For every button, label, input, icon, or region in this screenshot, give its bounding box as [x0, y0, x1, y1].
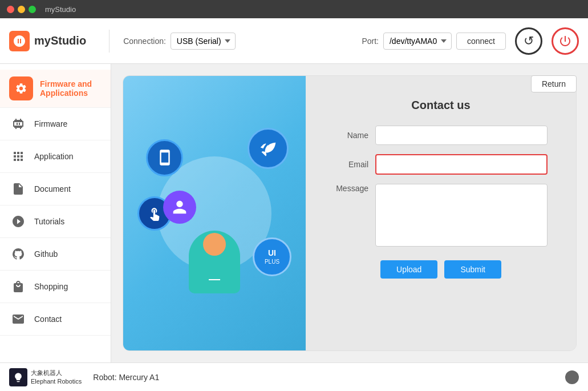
- sidebar-item-document[interactable]: Document: [0, 173, 111, 205]
- name-input[interactable]: [375, 126, 548, 145]
- message-textarea[interactable]: [375, 184, 548, 247]
- sidebar-item-shopping[interactable]: Shopping: [0, 271, 111, 303]
- connection-area: Connection: USB (Serial) Bluetooth WiFi: [123, 33, 236, 50]
- contact-form-area: Contact us Name Email Message Up: [306, 76, 576, 350]
- power-button[interactable]: [551, 27, 579, 55]
- refresh-button[interactable]: ↺: [515, 27, 542, 55]
- name-group: Name: [334, 126, 548, 145]
- return-button[interactable]: Return: [531, 75, 577, 92]
- port-label: Port:: [362, 37, 379, 46]
- refresh-icon: ↺: [524, 34, 534, 49]
- header: myStudio Connection: USB (Serial) Blueto…: [0, 18, 588, 64]
- connection-select[interactable]: USB (Serial) Bluetooth WiFi: [171, 33, 236, 50]
- window-title: myStudio: [45, 5, 76, 14]
- sidebar-item-github[interactable]: Github: [0, 238, 111, 271]
- header-divider: [109, 30, 110, 53]
- sidebar-label-tutorials: Tutorials: [34, 217, 64, 226]
- message-group: Message: [334, 184, 548, 247]
- logo-icon: [9, 31, 30, 51]
- github-icon: [9, 245, 27, 263]
- sidebar-item-firmware-and-applications[interactable]: Firmware and Applications: [0, 70, 111, 108]
- sidebar-label-contact: Contact: [34, 315, 62, 324]
- gear-icon: [15, 82, 27, 95]
- envelope-icon: [9, 310, 27, 328]
- sidebar-label-application: Application: [34, 152, 74, 161]
- sidebar-label-github: Github: [34, 249, 58, 259]
- connect-button[interactable]: connect: [456, 33, 506, 50]
- email-group: Email: [334, 154, 548, 175]
- name-label: Name: [334, 131, 368, 140]
- sidebar: Firmware and Applications Firmware: [0, 64, 111, 362]
- close-button[interactable]: [7, 6, 14, 13]
- maximize-button[interactable]: [29, 6, 36, 13]
- elephant-robotics-logo: [9, 368, 27, 386]
- logo-area: myStudio: [9, 31, 86, 51]
- sidebar-item-application[interactable]: Application: [0, 140, 111, 173]
- illustration-area: —: [123, 76, 306, 350]
- contact-card: —: [123, 75, 577, 351]
- upload-button[interactable]: Upload: [380, 260, 437, 279]
- sidebar-item-contact[interactable]: Contact: [0, 303, 111, 336]
- sidebar-item-tutorials[interactable]: Tutorials: [0, 205, 111, 238]
- email-label: Email: [334, 160, 368, 169]
- sidebar-active-icon-bg: [9, 76, 33, 100]
- bag-icon: [9, 277, 27, 296]
- footer-status-indicator: [565, 370, 579, 384]
- message-label: Message: [334, 184, 368, 193]
- footer-logo-text: 大象机器人Elephant Robotics: [31, 369, 82, 385]
- app-name: myStudio: [34, 34, 86, 47]
- footer: 大象机器人Elephant Robotics Robot: Mercury A1: [0, 362, 588, 391]
- sidebar-label-firmware: Firmware: [34, 119, 67, 128]
- grid-icon: [9, 147, 27, 166]
- form-title: Contact us: [334, 99, 548, 112]
- sidebar-item-firmware[interactable]: Firmware: [0, 108, 111, 140]
- port-area: Port: /dev/ttyAMA0 /dev/ttyUSB0 connect …: [362, 27, 579, 55]
- window-controls[interactable]: [7, 6, 36, 13]
- sidebar-label-shopping: Shopping: [34, 282, 68, 291]
- connection-label: Connection:: [123, 37, 166, 46]
- footer-logo: 大象机器人Elephant Robotics: [9, 368, 82, 386]
- doc-icon: [9, 180, 27, 198]
- title-bar: myStudio: [0, 0, 588, 18]
- minimize-button[interactable]: [18, 6, 25, 13]
- power-icon: [558, 34, 572, 48]
- footer-robot-info: Robot: Mercury A1: [93, 373, 159, 382]
- port-select[interactable]: /dev/ttyAMA0 /dev/ttyUSB0: [383, 33, 452, 50]
- body-area: Firmware and Applications Firmware: [0, 64, 588, 362]
- chip-icon: [9, 115, 27, 133]
- main-content: Return —: [111, 64, 588, 362]
- email-input[interactable]: [375, 154, 548, 175]
- form-buttons: Upload Submit: [334, 260, 548, 279]
- play-icon: [9, 212, 27, 231]
- app-container: myStudio Connection: USB (Serial) Blueto…: [0, 18, 588, 391]
- submit-button[interactable]: Submit: [444, 260, 501, 279]
- sidebar-label-firmware-and-applications: Firmware and Applications: [40, 79, 102, 98]
- sidebar-label-document: Document: [34, 184, 71, 194]
